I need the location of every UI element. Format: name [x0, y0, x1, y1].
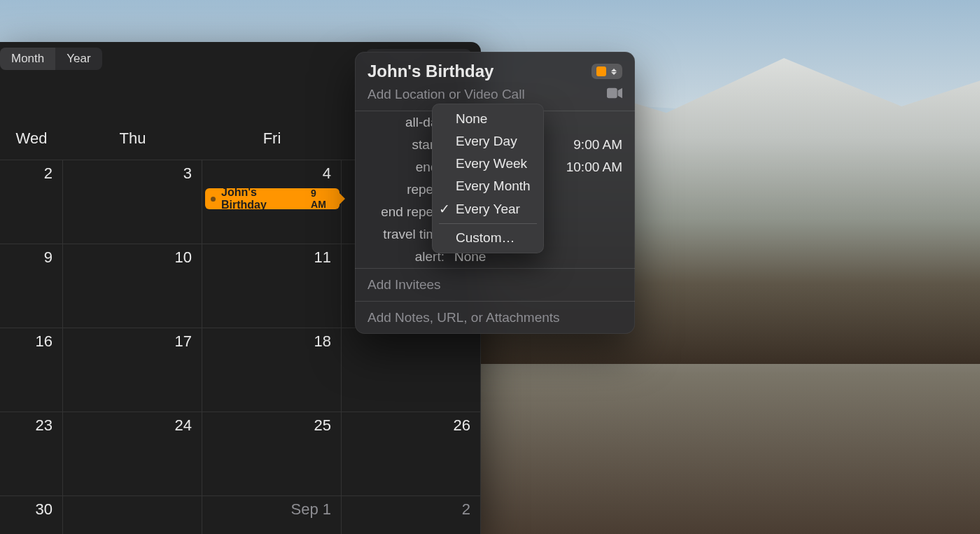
starts-time: 9:00 AM — [573, 137, 622, 153]
day-cell[interactable]: 16 — [0, 328, 63, 412]
chevron-updown-icon — [610, 69, 617, 75]
day-number: 9 — [44, 248, 52, 267]
day-cell[interactable]: 9 — [0, 244, 63, 328]
day-number: 25 — [314, 416, 331, 435]
day-number: 23 — [36, 416, 52, 435]
calendar-color-picker[interactable] — [592, 64, 622, 79]
event-time: 9 AM — [311, 188, 334, 210]
add-notes-field[interactable]: Add Notes, URL, or Attachments — [355, 302, 635, 334]
option-label: Every Week — [456, 156, 527, 171]
event-dot-icon — [211, 197, 216, 202]
day-cell[interactable]: 18 — [202, 328, 342, 412]
option-label: Every Year — [456, 202, 520, 217]
repeat-dropdown: None Every Day Every Week Every Month ✓E… — [432, 104, 544, 253]
view-year-button[interactable]: Year — [55, 48, 102, 70]
view-segmented-control: Month Year — [0, 48, 102, 70]
day-number: 16 — [36, 332, 52, 351]
day-number: 2 — [462, 500, 470, 519]
day-cell[interactable] — [342, 328, 481, 412]
day-cell[interactable]: 3 — [63, 160, 202, 244]
day-number: 2 — [44, 164, 52, 183]
day-number: 10 — [175, 248, 192, 267]
option-label: Custom… — [456, 230, 514, 246]
day-number: 11 — [314, 248, 331, 267]
menu-separator — [439, 223, 537, 224]
day-number: 3 — [183, 164, 192, 183]
day-number: 26 — [454, 416, 470, 435]
day-number: 4 — [323, 164, 331, 183]
ends-time: 10:00 AM — [566, 160, 622, 175]
weekday-thu: Thu — [63, 129, 202, 148]
day-cell[interactable]: 25 — [202, 412, 342, 496]
event-title-field[interactable]: John's Birthday — [368, 62, 592, 81]
repeat-option-every-day[interactable]: Every Day — [432, 130, 544, 153]
calendar-swatch-icon — [596, 66, 606, 76]
repeat-option-custom[interactable]: Custom… — [432, 227, 544, 249]
day-cell[interactable]: 2 — [0, 160, 63, 244]
day-number: 24 — [175, 416, 192, 435]
add-invitees-field[interactable]: Add Invitees — [355, 269, 635, 301]
svg-rect-2 — [607, 88, 617, 99]
view-month-button[interactable]: Month — [0, 48, 55, 70]
option-label: Every Month — [456, 178, 531, 194]
day-cell[interactable]: 10 — [63, 244, 202, 328]
checkmark-icon: ✓ — [439, 201, 450, 217]
event-johns-birthday[interactable]: John's Birthday 9 AM — [205, 188, 340, 209]
day-cell[interactable]: 26 — [342, 412, 481, 496]
day-cell[interactable]: 30 — [0, 496, 63, 534]
day-cell[interactable]: 24 — [63, 412, 202, 496]
day-cell[interactable]: 23 — [0, 412, 63, 496]
day-number: 17 — [175, 332, 192, 351]
weekday-fri: Fri — [202, 129, 342, 148]
alert-label: alert: — [368, 249, 444, 265]
video-call-icon[interactable] — [607, 87, 622, 101]
day-cell[interactable]: 11 — [202, 244, 342, 328]
repeat-option-every-week[interactable]: Every Week — [432, 153, 544, 175]
repeat-option-every-year[interactable]: ✓Every Year — [432, 197, 544, 220]
day-cell[interactable]: 17 — [63, 328, 202, 412]
day-cell[interactable]: Sep 1 — [202, 496, 342, 534]
day-cell[interactable]: 2 — [342, 496, 481, 534]
location-field[interactable]: Add Location or Video Call — [368, 87, 607, 102]
day-cell[interactable] — [63, 496, 202, 534]
event-title: John's Birthday — [221, 186, 305, 211]
day-number: Sep 1 — [291, 500, 332, 519]
day-cell[interactable]: 4 John's Birthday 9 AM — [202, 160, 342, 244]
repeat-option-none[interactable]: None — [432, 108, 544, 130]
day-number: 30 — [36, 500, 52, 519]
weekday-wed: Wed — [0, 129, 63, 148]
day-number: 18 — [314, 332, 331, 351]
option-label: Every Day — [456, 134, 517, 149]
option-label: None — [456, 111, 487, 127]
repeat-option-every-month[interactable]: Every Month — [432, 175, 544, 197]
